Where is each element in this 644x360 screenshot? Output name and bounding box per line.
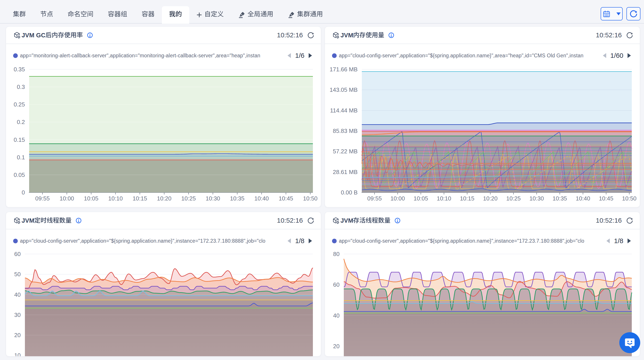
svg-text:0.2: 0.2 bbox=[17, 119, 25, 125]
svg-text:10:10: 10:10 bbox=[437, 195, 451, 202]
svg-text:114.44 MB: 114.44 MB bbox=[330, 107, 358, 114]
svg-text:10:40: 10:40 bbox=[254, 195, 269, 202]
svg-text:10:15: 10:15 bbox=[460, 195, 474, 202]
svg-text:0.3: 0.3 bbox=[17, 83, 25, 90]
svg-text:10:35: 10:35 bbox=[230, 195, 244, 202]
svg-text:0.15: 0.15 bbox=[14, 136, 25, 143]
svg-text:143.05 MB: 143.05 MB bbox=[330, 86, 358, 93]
svg-text:10:30: 10:30 bbox=[530, 195, 544, 202]
svg-text:10:25: 10:25 bbox=[181, 195, 196, 202]
svg-text:10:30: 10:30 bbox=[206, 195, 220, 202]
svg-text:10:50: 10:50 bbox=[303, 195, 318, 202]
svg-text:10:50: 10:50 bbox=[622, 195, 636, 202]
svg-text:80: 80 bbox=[333, 251, 340, 257]
svg-text:85.83 MB: 85.83 MB bbox=[333, 128, 358, 134]
svg-text:171.66 MB: 171.66 MB bbox=[330, 66, 358, 73]
svg-text:10:25: 10:25 bbox=[506, 195, 520, 202]
svg-text:10:20: 10:20 bbox=[483, 195, 498, 202]
svg-text:20: 20 bbox=[14, 332, 21, 339]
svg-text:28.61 MB: 28.61 MB bbox=[333, 169, 358, 175]
svg-text:60: 60 bbox=[333, 281, 340, 288]
svg-text:0: 0 bbox=[22, 189, 25, 196]
svg-text:0.00 B: 0.00 B bbox=[341, 189, 358, 196]
svg-text:10:05: 10:05 bbox=[84, 195, 98, 202]
svg-text:40: 40 bbox=[14, 291, 21, 298]
svg-text:10:15: 10:15 bbox=[132, 195, 147, 202]
svg-text:09:55: 09:55 bbox=[367, 195, 382, 202]
svg-text:10:45: 10:45 bbox=[279, 195, 293, 202]
svg-text:0.05: 0.05 bbox=[14, 172, 25, 178]
svg-text:50: 50 bbox=[14, 271, 21, 278]
svg-text:0.25: 0.25 bbox=[14, 101, 25, 108]
svg-text:30: 30 bbox=[14, 312, 21, 318]
svg-text:40: 40 bbox=[333, 312, 340, 319]
svg-text:10:00: 10:00 bbox=[390, 195, 405, 202]
svg-text:60: 60 bbox=[14, 251, 21, 257]
svg-text:0.35: 0.35 bbox=[14, 66, 25, 73]
svg-text:10:05: 10:05 bbox=[414, 195, 428, 202]
svg-text:10: 10 bbox=[14, 352, 21, 357]
svg-text:20: 20 bbox=[333, 343, 340, 350]
svg-text:10:20: 10:20 bbox=[157, 195, 172, 202]
svg-text:0.1: 0.1 bbox=[17, 154, 25, 161]
svg-text:10:45: 10:45 bbox=[599, 195, 613, 202]
svg-text:10:35: 10:35 bbox=[552, 195, 567, 202]
svg-text:10:40: 10:40 bbox=[576, 195, 590, 202]
svg-text:57.22 MB: 57.22 MB bbox=[333, 148, 358, 155]
svg-text:09:55: 09:55 bbox=[35, 195, 50, 202]
svg-text:10:10: 10:10 bbox=[108, 195, 123, 202]
svg-text:10:00: 10:00 bbox=[60, 195, 74, 202]
